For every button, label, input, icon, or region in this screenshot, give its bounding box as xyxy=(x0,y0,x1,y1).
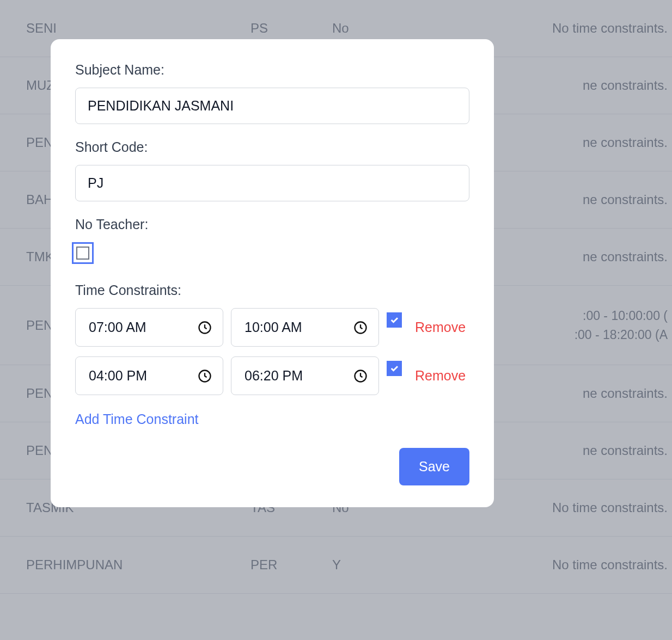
constraint-checkbox[interactable] xyxy=(387,312,402,328)
clock-icon[interactable] xyxy=(353,320,368,335)
no-teacher-checkbox[interactable] xyxy=(72,242,94,264)
clock-icon[interactable] xyxy=(197,368,212,384)
short-code-input[interactable] xyxy=(75,165,469,201)
save-button[interactable]: Save xyxy=(399,448,469,485)
time-constraint-row: Remove xyxy=(75,308,469,347)
subject-name-label: Subject Name: xyxy=(75,62,469,78)
short-code-label: Short Code: xyxy=(75,139,469,155)
constraint-checkbox[interactable] xyxy=(387,361,402,376)
no-teacher-label: No Teacher: xyxy=(75,217,469,232)
clock-icon[interactable] xyxy=(353,368,368,384)
subject-name-input[interactable] xyxy=(75,88,469,124)
time-constraints-label: Time Constraints: xyxy=(75,282,469,298)
remove-constraint-link[interactable]: Remove xyxy=(415,368,466,384)
clock-icon[interactable] xyxy=(197,320,212,335)
time-constraint-row: Remove xyxy=(75,356,469,395)
edit-subject-modal: Subject Name: Short Code: No Teacher: Ti… xyxy=(51,39,494,507)
remove-constraint-link[interactable]: Remove xyxy=(415,319,466,335)
add-time-constraint-link[interactable]: Add Time Constraint xyxy=(75,411,199,427)
